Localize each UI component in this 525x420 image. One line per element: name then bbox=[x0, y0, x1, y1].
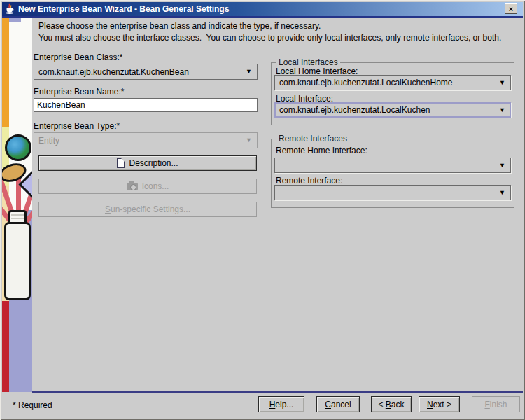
help-button[interactable]: Help... bbox=[258, 396, 304, 412]
dropdown-arrow-icon: ▼ bbox=[499, 107, 505, 113]
icons-button: Icons... bbox=[38, 178, 257, 194]
local-home-interface-combo[interactable]: com.knauf.ejb.kuchenzutat.LocalKuchenHom… bbox=[274, 75, 511, 90]
jar-body bbox=[4, 222, 31, 300]
document-icon bbox=[117, 158, 125, 168]
wizard-window: New Enterprise Bean Wizard - Bean Genera… bbox=[0, 0, 525, 420]
bean-type-value: Entity bbox=[38, 136, 246, 146]
jar-ridge bbox=[11, 214, 24, 216]
next-button[interactable]: Next > bbox=[419, 396, 460, 412]
help-button-label: Help... bbox=[270, 400, 294, 410]
dropdown-arrow-icon: ▼ bbox=[499, 162, 505, 169]
bean-name-input[interactable] bbox=[34, 98, 258, 112]
titlebar-underline bbox=[2, 16, 523, 18]
sidebar-orange-stripe bbox=[2, 18, 9, 127]
cancel-button-label: Cancel bbox=[325, 400, 351, 410]
local-interface-value: com.knauf.ejb.kuchenzutat.LocalKuchen bbox=[279, 105, 499, 115]
cancel-button[interactable]: Cancel bbox=[316, 396, 360, 412]
bean-class-combo[interactable]: com.knauf.ejb.kuchenzutat.KuchenBean ▼ bbox=[34, 64, 258, 80]
intro-text-line2: You must also choose the interface class… bbox=[38, 33, 501, 43]
back-button[interactable]: < Back bbox=[371, 396, 412, 412]
remote-interface-combo[interactable]: ▼ bbox=[274, 185, 511, 200]
bean-name-label: Enterprise Bean Name:* bbox=[34, 87, 124, 97]
close-button[interactable]: × bbox=[505, 4, 517, 14]
description-button[interactable]: Description... bbox=[38, 155, 257, 171]
remote-interface-label: Remote Interface: bbox=[276, 176, 342, 186]
dropdown-arrow-icon: ▼ bbox=[246, 69, 252, 75]
camera-icon bbox=[127, 183, 138, 190]
local-home-interface-value: com.knauf.ejb.kuchenzutat.LocalKuchenHom… bbox=[279, 78, 499, 88]
bean-class-label: Enterprise Bean Class:* bbox=[34, 52, 122, 62]
finish-button-label: Finish bbox=[484, 400, 507, 410]
remote-home-interface-label: Remote Home Interface: bbox=[276, 146, 368, 155]
dropdown-arrow-icon: ▼ bbox=[246, 137, 252, 144]
sidebar-red-stripe bbox=[2, 301, 9, 392]
local-interface-combo[interactable]: com.knauf.ejb.kuchenzutat.LocalKuchen ▼ bbox=[274, 102, 511, 118]
dropdown-arrow-icon: ▼ bbox=[499, 80, 505, 86]
dropdown-arrow-icon: ▼ bbox=[499, 190, 505, 196]
next-button-label: Next > bbox=[427, 400, 451, 410]
bean-type-label: Enterprise Bean Type:* bbox=[34, 121, 120, 131]
back-button-label: < Back bbox=[378, 400, 404, 410]
footer-separator bbox=[32, 391, 523, 393]
description-button-label: Description... bbox=[129, 158, 178, 168]
title-bar[interactable]: New Enterprise Bean Wizard - Bean Genera… bbox=[2, 2, 523, 16]
wizard-sidebar-graphic bbox=[2, 18, 32, 392]
sun-specific-settings-button: Sun-specific Settings... bbox=[38, 202, 257, 217]
bean-type-combo: Entity ▼ bbox=[34, 132, 258, 148]
intro-text-line1: Please choose the enterprise bean class … bbox=[38, 21, 321, 31]
jar-ridge bbox=[11, 218, 24, 219]
document-fold bbox=[121, 158, 125, 162]
java-cup-icon bbox=[4, 4, 15, 15]
bean-class-value: com.knauf.ejb.kuchenzutat.KuchenBean bbox=[38, 67, 246, 77]
local-interfaces-title: Local Interfaces bbox=[276, 57, 340, 67]
icons-button-label: Icons... bbox=[142, 181, 169, 191]
sun-settings-button-label: Sun-specific Settings... bbox=[105, 204, 190, 214]
finish-button: Finish bbox=[472, 396, 520, 412]
remote-home-interface-combo[interactable]: ▼ bbox=[274, 158, 511, 173]
window-title: New Enterprise Bean Wizard - Bean Genera… bbox=[18, 4, 229, 14]
globe-icon bbox=[5, 134, 31, 161]
sidebar-lavender-square bbox=[9, 18, 21, 22]
remote-interfaces-title: Remote Interfaces bbox=[276, 134, 349, 144]
required-note: * Required bbox=[13, 400, 52, 410]
